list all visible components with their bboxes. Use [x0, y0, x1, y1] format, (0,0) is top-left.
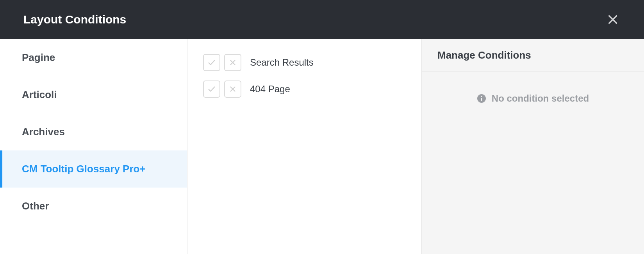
layout-conditions-modal: Layout Conditions Pagine Articoli Archiv…: [0, 0, 644, 254]
exclude-button[interactable]: [224, 54, 241, 71]
include-button[interactable]: [203, 80, 220, 98]
svg-rect-7: [481, 98, 482, 101]
condition-label: Search Results: [250, 57, 314, 68]
sidebar-item-label: Other: [22, 200, 49, 212]
right-panel-body: No condition selected: [422, 72, 644, 254]
empty-state: No condition selected: [477, 93, 589, 104]
condition-label: 404 Page: [250, 84, 290, 95]
sidebar-item-label: Pagine: [22, 52, 55, 63]
info-icon: [477, 94, 486, 103]
sidebar-item-archives[interactable]: Archives: [0, 113, 187, 150]
close-icon: [607, 14, 618, 25]
exclude-button[interactable]: [224, 80, 241, 98]
sidebar-item-label: CM Tooltip Glossary Pro+: [22, 163, 146, 175]
x-icon: [228, 58, 237, 67]
close-button[interactable]: [605, 12, 621, 27]
sidebar: Pagine Articoli Archives CM Tooltip Glos…: [0, 39, 187, 254]
condition-row: Search Results: [203, 54, 406, 71]
modal-title: Layout Conditions: [23, 13, 126, 26]
toggle-group: [203, 80, 241, 98]
sidebar-item-articoli[interactable]: Articoli: [0, 76, 187, 113]
include-button[interactable]: [203, 54, 220, 71]
modal-header: Layout Conditions: [0, 0, 644, 39]
modal-body: Pagine Articoli Archives CM Tooltip Glos…: [0, 39, 644, 254]
toggle-group: [203, 54, 241, 71]
x-icon: [228, 85, 237, 93]
empty-message-text: No condition selected: [492, 93, 589, 104]
check-icon: [207, 58, 216, 67]
right-panel: Manage Conditions No condition selected: [421, 39, 644, 254]
sidebar-item-pagine[interactable]: Pagine: [0, 39, 187, 76]
condition-row: 404 Page: [203, 80, 406, 98]
right-panel-header: Manage Conditions: [422, 39, 644, 72]
sidebar-item-label: Articoli: [22, 89, 57, 100]
main-panel: Search Results 404: [187, 39, 421, 254]
check-icon: [207, 85, 216, 93]
right-panel-title: Manage Conditions: [437, 49, 628, 61]
sidebar-item-label: Archives: [22, 126, 65, 138]
svg-point-8: [481, 96, 482, 97]
sidebar-item-cm-tooltip[interactable]: CM Tooltip Glossary Pro+: [0, 150, 187, 188]
sidebar-item-other[interactable]: Other: [0, 188, 187, 225]
